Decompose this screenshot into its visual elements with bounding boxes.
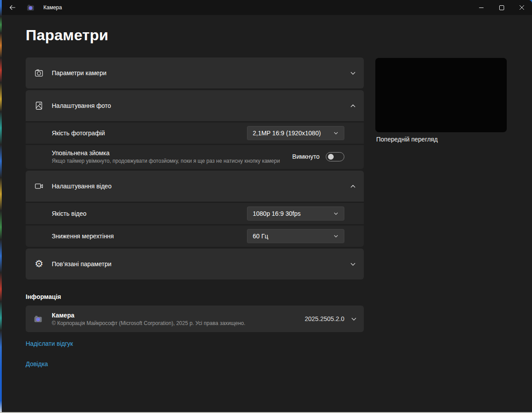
expander-title: Налаштування фото <box>52 102 111 109</box>
photo-icon <box>34 100 44 111</box>
send-feedback-link[interactable]: Надіслати відгук <box>26 340 73 347</box>
row-time-lapse: Уповільнена зйомка Якщо таймер увімкнуто… <box>26 145 364 169</box>
gear-icon: ⚙ <box>34 259 44 269</box>
about-app-name: Камера <box>52 312 245 319</box>
chevron-down-icon <box>333 211 339 216</box>
expander-title: Пов’язані параметри <box>52 260 112 268</box>
photo-quality-select[interactable]: 2,1MP 16:9 (1920x1080) <box>247 126 344 140</box>
chevron-down-icon <box>351 316 357 322</box>
chevron-down-icon <box>350 70 356 76</box>
back-button[interactable] <box>4 0 21 15</box>
camera-app-icon <box>27 4 35 11</box>
selected-value: 60 Гц <box>253 233 333 240</box>
video-camera-icon <box>34 181 44 191</box>
close-icon <box>519 5 524 10</box>
about-copyright: © Корпорація Майкрософт (Microsoft Corpo… <box>52 320 245 326</box>
minimize-button[interactable] <box>471 0 491 15</box>
close-button[interactable] <box>512 0 532 15</box>
toggle-knob <box>328 154 334 160</box>
chevron-up-icon <box>350 103 356 109</box>
expander-camera-settings[interactable]: Параметри камери <box>26 57 364 88</box>
preview-caption: Попередній перегляд <box>376 136 438 143</box>
minimize-icon <box>479 5 484 10</box>
photo-quality-label: Якість фотографій <box>52 130 105 137</box>
time-lapse-description: Якщо таймер увімкнуто, продовжувати фото… <box>52 158 280 164</box>
chevron-up-icon <box>350 183 356 189</box>
maximize-icon <box>499 5 504 10</box>
flicker-reduction-select[interactable]: 60 Гц <box>247 229 344 243</box>
flicker-reduction-label: Зниження мерехтіння <box>52 233 114 240</box>
expander-photo-settings[interactable]: Налаштування фото <box>26 90 364 121</box>
app-version: 2025.2505.2.0 <box>305 315 344 322</box>
chevron-down-icon <box>333 130 339 136</box>
row-photo-quality: Якість фотографій 2,1MP 16:9 (1920x1080) <box>26 122 364 144</box>
titlebar: Камера <box>2 0 532 15</box>
chevron-down-icon <box>333 233 339 239</box>
back-arrow-icon <box>9 4 16 11</box>
selected-value: 1080p 16:9 30fps <box>253 210 333 217</box>
about-app-card[interactable]: Камера © Корпорація Майкрософт (Microsof… <box>26 306 364 332</box>
maximize-button[interactable] <box>491 0 512 15</box>
chevron-down-icon <box>350 261 356 267</box>
expander-related-settings[interactable]: ⚙ Пов’язані параметри <box>26 249 364 279</box>
page-title: Параметри <box>26 27 108 44</box>
expander-title: Параметри камери <box>52 69 107 76</box>
row-video-quality: Якість відео 1080p 16:9 30fps <box>26 203 364 224</box>
expander-title: Налаштування відео <box>52 183 112 190</box>
row-flicker-reduction: Зниження мерехтіння 60 Гц <box>26 226 364 247</box>
expander-video-settings[interactable]: Налаштування відео <box>26 171 364 202</box>
time-lapse-label: Уповільнена зйомка <box>52 149 280 157</box>
toggle-state-label: Вимкнуто <box>292 153 320 160</box>
selected-value: 2,1MP 16:9 (1920x1080) <box>253 130 333 137</box>
section-header-information: Інформація <box>26 293 364 300</box>
time-lapse-toggle[interactable] <box>326 152 344 161</box>
help-link[interactable]: Довідка <box>26 360 48 367</box>
camera-app-window: Камера Параметри <box>2 0 532 412</box>
camera-preview <box>375 58 507 132</box>
video-quality-label: Якість відео <box>52 210 86 217</box>
window-title: Камера <box>43 4 62 11</box>
camera-app-icon <box>34 314 42 323</box>
camera-icon <box>34 68 44 78</box>
video-quality-select[interactable]: 1080p 16:9 30fps <box>247 206 344 221</box>
